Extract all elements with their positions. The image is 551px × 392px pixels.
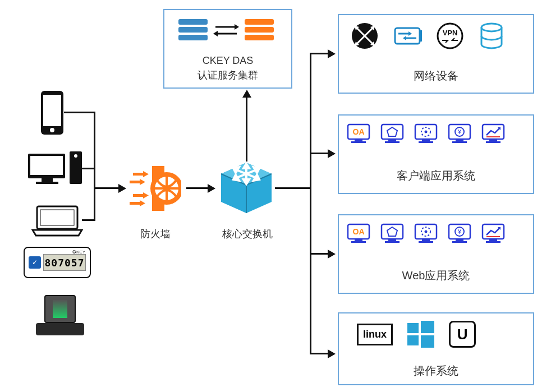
- app-target-icon: [414, 222, 438, 246]
- svg-point-8: [74, 154, 77, 158]
- token-device: ✓ 807057 ✪KEY: [24, 247, 91, 278]
- arrow-icon: [328, 349, 336, 358]
- cluster-label-1: CKEY DAS: [163, 55, 292, 67]
- arrow-icon: [118, 184, 126, 193]
- connector: [310, 153, 329, 154]
- svg-marker-20: [140, 200, 145, 206]
- svg-point-2: [50, 128, 54, 132]
- svg-rect-66: [422, 139, 430, 141]
- arrow-icon: [328, 49, 336, 58]
- svg-rect-59: [351, 141, 366, 143]
- svg-rect-17: [133, 194, 143, 197]
- svg-rect-99: [489, 239, 497, 241]
- svg-rect-90: [419, 241, 433, 243]
- linux-icon: linux: [357, 324, 393, 345]
- app-chart-icon: [481, 222, 505, 246]
- svg-rect-106: [421, 335, 434, 348]
- svg-marker-64: [387, 127, 397, 136]
- svg-point-56: [481, 24, 502, 31]
- svg-rect-103: [407, 323, 419, 333]
- svg-text:¥: ¥: [457, 128, 462, 135]
- svg-text:¥: ¥: [457, 228, 462, 235]
- svg-rect-82: [351, 241, 366, 243]
- app-yen-icon: ¥: [448, 122, 471, 146]
- desktop-icon: [28, 151, 83, 186]
- server-stack-blue-icon: [178, 19, 208, 46]
- app-pentagon-icon: [380, 122, 404, 146]
- arrow-icon: [242, 90, 251, 98]
- svg-rect-1: [43, 95, 61, 126]
- svg-rect-77: [486, 141, 501, 143]
- svg-rect-58: [355, 139, 362, 141]
- connector: [94, 187, 120, 189]
- core-switch-label: 核心交换机: [217, 227, 278, 241]
- connector: [246, 96, 247, 162]
- connector: [94, 112, 95, 221]
- svg-rect-100: [486, 241, 501, 243]
- firewall-icon: [130, 166, 181, 211]
- svg-point-69: [425, 131, 428, 133]
- cluster-label-2: 认证服务集群: [163, 68, 292, 82]
- connector: [186, 187, 209, 189]
- svg-rect-13: [133, 173, 143, 176]
- svg-rect-10: [40, 210, 74, 225]
- svg-marker-18: [143, 192, 149, 199]
- svg-rect-72: [452, 141, 467, 143]
- svg-marker-51: [408, 31, 412, 36]
- svg-rect-76: [489, 139, 497, 141]
- core-switch-icon: [219, 160, 274, 215]
- svg-rect-105: [407, 335, 419, 345]
- connector: [310, 53, 329, 54]
- arrow-icon: [328, 149, 336, 158]
- svg-rect-94: [456, 239, 463, 241]
- connector: [310, 353, 329, 354]
- svg-marker-38: [213, 31, 218, 36]
- app-target-icon: [414, 122, 438, 146]
- sync-arrows-icon: [213, 22, 239, 37]
- svg-rect-5: [42, 178, 53, 182]
- os-label: 操作系统: [338, 363, 534, 379]
- token-brand: ✪KEY: [72, 250, 85, 255]
- arrow-icon: [208, 184, 215, 193]
- oa-app-icon: OA: [347, 122, 370, 146]
- net-devices-label: 网络设备: [338, 68, 534, 84]
- svg-point-92: [425, 230, 428, 233]
- database-icon: [479, 22, 506, 49]
- svg-marker-87: [387, 227, 397, 236]
- switch-device-icon: [394, 22, 421, 49]
- svg-marker-53: [403, 36, 406, 40]
- laptop-icon: [31, 205, 83, 237]
- svg-rect-85: [388, 239, 396, 241]
- phone-icon: [40, 90, 64, 135]
- svg-rect-95: [452, 241, 467, 243]
- fingerprint-reader-icon: [36, 295, 84, 334]
- svg-rect-63: [385, 141, 400, 143]
- vpn-icon: VPN: [437, 22, 463, 49]
- unix-icon: U: [449, 321, 476, 348]
- svg-rect-86: [385, 241, 400, 243]
- svg-rect-15: [130, 181, 140, 183]
- router-icon: [351, 22, 378, 49]
- svg-rect-89: [422, 239, 430, 241]
- token-screen: 807057: [43, 254, 86, 271]
- svg-text:OA: OA: [353, 127, 365, 136]
- connector: [275, 187, 310, 189]
- connector: [310, 253, 329, 255]
- svg-marker-36: [235, 24, 239, 30]
- app-chart-icon: [481, 122, 505, 146]
- svg-text:OA: OA: [353, 227, 365, 236]
- svg-rect-62: [388, 139, 396, 141]
- app-pentagon-icon: [380, 222, 404, 246]
- svg-rect-19: [130, 202, 140, 205]
- svg-rect-48: [395, 28, 420, 44]
- app-yen-icon: ¥: [448, 222, 471, 246]
- svg-marker-14: [143, 171, 149, 177]
- arrow-icon: [328, 250, 336, 259]
- svg-rect-49: [420, 30, 422, 41]
- svg-rect-6: [36, 182, 58, 184]
- svg-text:VPN: VPN: [443, 29, 458, 37]
- svg-marker-16: [140, 179, 145, 185]
- client-apps-label: 客户端应用系统: [338, 168, 534, 183]
- svg-rect-71: [456, 139, 463, 141]
- svg-rect-81: [355, 239, 362, 241]
